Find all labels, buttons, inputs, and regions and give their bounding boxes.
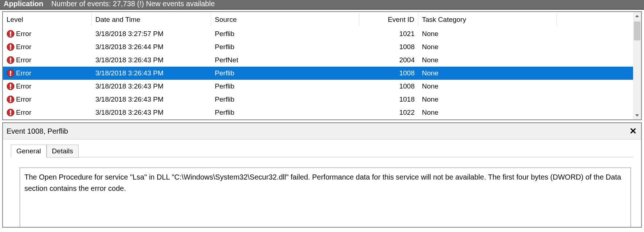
level-text: Error xyxy=(16,69,31,77)
details-title: Event 1008, Perflib xyxy=(7,127,68,135)
taskcategory-cell: None xyxy=(418,29,557,39)
source-cell: Perflib xyxy=(211,68,359,78)
error-icon xyxy=(7,30,15,38)
source-cell: Perflib xyxy=(211,29,359,39)
details-body-wrap: The Open Procedure for service "Lsa" in … xyxy=(3,157,641,227)
eventid-cell: 1008 xyxy=(359,82,418,91)
eventid-cell: 1008 xyxy=(359,42,418,52)
details-header: Event 1008, Perflib ✕ xyxy=(3,123,641,139)
table-row[interactable]: Error3/18/2018 3:26:43 PMPerflib1018None xyxy=(3,93,633,106)
taskcategory-cell: None xyxy=(418,68,557,78)
svg-point-11 xyxy=(10,74,11,76)
level-text: Error xyxy=(16,95,31,103)
error-icon xyxy=(7,95,15,103)
event-message: The Open Procedure for service "Lsa" in … xyxy=(20,168,631,227)
datetime-cell: 3/18/2018 3:26:44 PM xyxy=(92,42,211,52)
source-cell: Perflib xyxy=(211,82,359,91)
level-text: Error xyxy=(16,82,31,90)
svg-point-5 xyxy=(10,48,11,50)
taskcategory-cell: None xyxy=(418,82,557,91)
event-details-pane: Event 1008, Perflib ✕ General Details Th… xyxy=(2,122,642,228)
column-header-source[interactable]: Source xyxy=(211,13,359,26)
eventid-cell: 1008 xyxy=(359,68,418,78)
table-row[interactable]: Error3/18/2018 3:27:57 PMPerflib1021None xyxy=(3,27,633,40)
level-text: Error xyxy=(16,56,31,64)
source-cell: PerfNet xyxy=(211,55,359,65)
column-header-datetime[interactable]: Date and Time xyxy=(92,13,211,26)
level-text: Error xyxy=(16,43,31,51)
eventid-cell: 1021 xyxy=(359,29,418,39)
svg-rect-16 xyxy=(10,97,11,100)
close-icon[interactable]: ✕ xyxy=(629,127,637,135)
svg-point-8 xyxy=(10,61,11,63)
source-cell: Perflib xyxy=(211,42,359,52)
svg-rect-1 xyxy=(10,31,11,35)
table-row[interactable]: Error3/18/2018 3:26:44 PMPerflib1008None xyxy=(3,40,633,54)
error-icon xyxy=(7,56,15,64)
source-cell: Perflib xyxy=(211,108,359,117)
eventid-cell: 1018 xyxy=(359,95,418,104)
event-count-text: Number of events: 27,738 (!) New events … xyxy=(51,0,215,7)
svg-rect-13 xyxy=(10,84,11,87)
error-icon xyxy=(7,69,15,77)
eventid-cell: 1022 xyxy=(359,108,418,117)
svg-point-20 xyxy=(10,114,11,115)
level-text: Error xyxy=(16,109,31,117)
svg-rect-7 xyxy=(10,58,11,61)
scrollbar[interactable] xyxy=(633,12,641,119)
details-tabs: General Details xyxy=(3,139,641,157)
svg-rect-4 xyxy=(10,44,11,48)
taskcategory-cell: None xyxy=(418,108,557,117)
status-bar: Application Number of events: 27,738 (!)… xyxy=(0,0,644,10)
error-icon xyxy=(7,43,15,51)
column-headers: Level Date and Time Source Event ID Task… xyxy=(3,12,633,27)
column-header-eventid[interactable]: Event ID xyxy=(359,13,418,26)
table-row[interactable]: Error3/18/2018 3:26:43 PMPerflib1008None xyxy=(3,67,633,80)
datetime-cell: 3/18/2018 3:26:43 PM xyxy=(92,55,211,65)
datetime-cell: 3/18/2018 3:26:43 PM xyxy=(92,95,211,104)
taskcategory-cell: None xyxy=(418,95,557,104)
scroll-up-button[interactable] xyxy=(633,12,641,20)
tab-details[interactable]: Details xyxy=(47,145,79,158)
column-header-level[interactable]: Level xyxy=(3,13,92,26)
event-list: Level Date and Time Source Event ID Task… xyxy=(2,11,642,120)
datetime-cell: 3/18/2018 3:26:43 PM xyxy=(92,108,211,117)
datetime-cell: 3/18/2018 3:27:57 PM xyxy=(92,29,211,39)
svg-point-17 xyxy=(10,101,11,102)
column-header-taskcategory[interactable]: Task Category xyxy=(418,13,557,26)
tab-general[interactable]: General xyxy=(11,145,47,158)
table-row[interactable]: Error3/18/2018 3:26:43 PMPerflib1008None xyxy=(3,80,633,93)
taskcategory-cell: None xyxy=(418,42,557,52)
svg-point-2 xyxy=(10,35,11,36)
error-icon xyxy=(7,82,15,90)
event-rows: Error3/18/2018 3:27:57 PMPerflib1021None… xyxy=(3,27,633,119)
scroll-down-button[interactable] xyxy=(633,111,641,119)
source-cell: Perflib xyxy=(211,95,359,104)
eventid-cell: 2004 xyxy=(359,55,418,65)
table-row[interactable]: Error3/18/2018 3:26:43 PMPerflib1022None xyxy=(3,106,633,119)
log-name: Application xyxy=(4,0,43,7)
scroll-thumb[interactable] xyxy=(634,21,640,40)
svg-rect-10 xyxy=(10,71,11,74)
error-icon xyxy=(7,109,15,117)
svg-point-14 xyxy=(10,87,11,89)
datetime-cell: 3/18/2018 3:26:43 PM xyxy=(92,68,211,78)
level-text: Error xyxy=(16,30,31,38)
table-row[interactable]: Error3/18/2018 3:26:43 PMPerfNet2004None xyxy=(3,54,633,67)
svg-rect-19 xyxy=(10,110,11,113)
datetime-cell: 3/18/2018 3:26:43 PM xyxy=(92,82,211,91)
taskcategory-cell: None xyxy=(418,55,557,65)
